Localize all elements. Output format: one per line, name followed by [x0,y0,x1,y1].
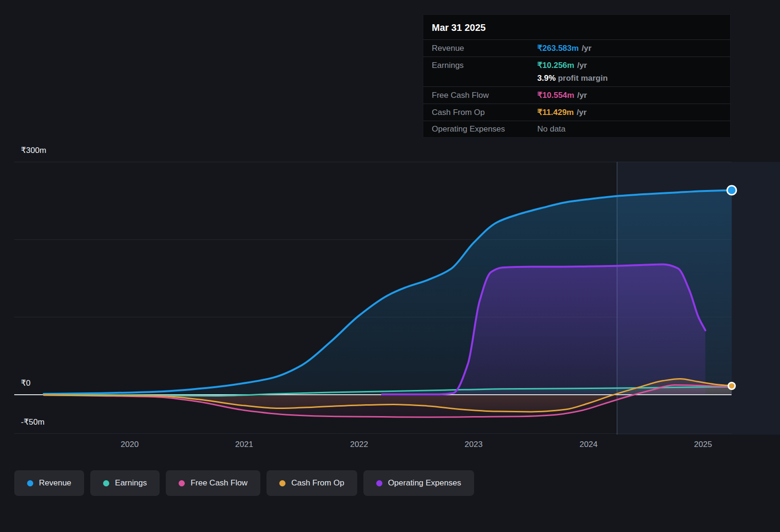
legend-item-revenue[interactable]: Revenue [14,470,84,496]
cash-from-op-dot-icon [279,480,285,486]
tooltip-row-free-cash-flow: Free Cash Flow ₹10.554m/yr [423,86,730,104]
tooltip-value-suffix: /yr [577,108,587,117]
tooltip-label: Earnings [432,61,537,70]
earnings-dot-icon [103,480,109,486]
tooltip-value-group: ₹11.429m/yr [537,107,587,117]
legend-label: Revenue [39,478,71,488]
tooltip-row-cash-from-op: Cash From Op ₹11.429m/yr [423,104,730,121]
tooltip-value-suffix: /yr [577,91,587,100]
tooltip-value-group: ₹263.583m/yr [537,43,591,53]
legend-item-cash-from-op[interactable]: Cash From Op [266,470,357,496]
tooltip-value-group: ₹10.554m/yr [537,90,587,100]
tooltip-value: ₹10.554m [537,91,574,100]
x-axis-label-2023: 2023 [455,440,493,449]
y-axis-label-neg50m: -₹50m [21,417,45,427]
revenue-dot-icon [27,480,33,486]
profit-margin-value: 3.9% [537,74,556,83]
tooltip-label: Revenue [432,44,537,53]
tooltip-profit-margin: 3.9% profit margin [537,70,608,83]
x-axis-label-2024: 2024 [570,440,608,449]
chart-legend: Revenue Earnings Free Cash Flow Cash Fro… [14,470,474,496]
x-axis-label-2021: 2021 [225,440,263,449]
legend-item-earnings[interactable]: Earnings [90,470,160,496]
tooltip-label: Free Cash Flow [432,91,537,100]
y-axis-label-0: ₹0 [21,378,30,388]
tooltip-value-suffix: /yr [581,44,591,53]
legend-item-operating-expenses[interactable]: Operating Expenses [363,470,474,496]
tooltip-value: ₹10.256m [537,61,574,70]
tooltip-date: Mar 31 2025 [423,15,730,39]
free-cash-flow-dot-icon [179,480,185,486]
tooltip-label: Cash From Op [432,108,537,117]
legend-label: Cash From Op [291,478,344,488]
operating-expenses-dot-icon [376,480,382,486]
x-axis-label-2020: 2020 [111,440,149,449]
legend-label: Free Cash Flow [190,478,247,488]
legend-label: Operating Expenses [388,478,461,488]
tooltip-row-earnings: Earnings ₹10.256m/yr 3.9% profit margin [423,57,730,86]
tooltip-value-suffix: /yr [577,61,587,70]
x-axis-label-2025: 2025 [684,440,722,449]
tooltip-value-no-data: No data [537,124,566,133]
tooltip-label: Operating Expenses [432,124,537,134]
financial-history-page: { "tooltip": { "date": "Mar 31 2025", "r… [0,0,780,532]
tooltip-row-operating-expenses: Operating Expenses No data [423,121,730,137]
tooltip-row-revenue: Revenue ₹263.583m/yr [423,39,730,57]
chart-tooltip: Mar 31 2025 Revenue ₹263.583m/yr Earning… [423,14,731,138]
tooltip-value: ₹263.583m [537,44,579,53]
profit-margin-label: profit margin [558,74,608,83]
tooltip-value-group: ₹10.256m/yr 3.9% profit margin [537,60,608,83]
tooltip-value: ₹11.429m [537,108,574,117]
legend-label: Earnings [115,478,147,488]
legend-item-free-cash-flow[interactable]: Free Cash Flow [166,470,260,496]
y-axis-label-300m: ₹300m [21,145,46,155]
tooltip-value-group: No data [537,124,566,134]
x-axis-label-2022: 2022 [340,440,378,449]
